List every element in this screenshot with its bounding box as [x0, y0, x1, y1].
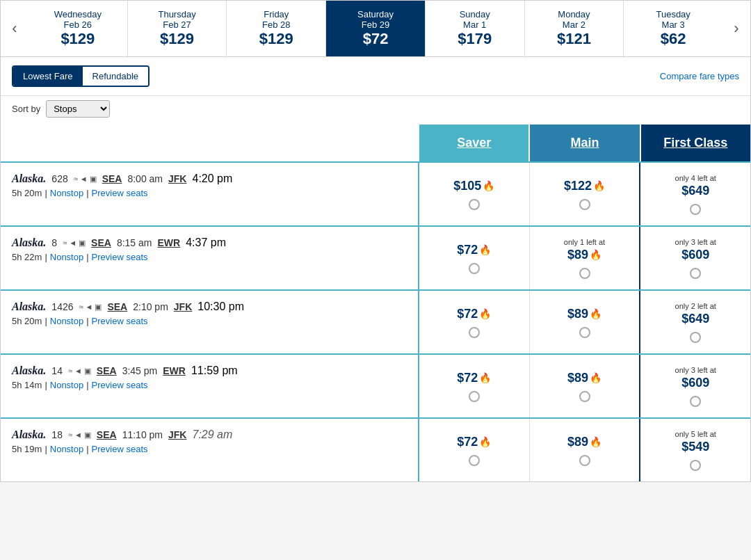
- date-str: Feb 28: [231, 19, 321, 30]
- main-flame-icon: 🔥: [590, 372, 601, 383]
- flight-top-3: Alaska. 14 ≈ ◄ ▣ SEA 3:45 pm EWR 11:59 p…: [12, 365, 407, 377]
- alaska-logo: Alaska.: [12, 301, 46, 313]
- date-price: $129: [33, 30, 123, 48]
- first-radio[interactable]: [690, 396, 701, 407]
- flight-bottom-0: 5h 20m | Nonstop | Preview seats: [12, 188, 407, 198]
- preview-seats-link[interactable]: Preview seats: [92, 252, 148, 262]
- preview-seats-link[interactable]: Preview seats: [92, 188, 148, 198]
- saver-radio[interactable]: [469, 327, 480, 338]
- saver-price-cell-1[interactable]: $72🔥: [418, 227, 529, 289]
- flight-num: 8: [51, 237, 57, 248]
- first-radio[interactable]: [690, 268, 701, 279]
- date-cell-2[interactable]: Friday Feb 28 $129: [227, 1, 326, 56]
- first-header-link[interactable]: First Class: [663, 136, 727, 150]
- date-str: Feb 27: [132, 19, 223, 30]
- flight-num: 628: [51, 173, 67, 184]
- date-cell-3[interactable]: Saturday Feb 29 $72: [326, 1, 426, 56]
- flight-bottom-4: 5h 19m | Nonstop | Preview seats: [12, 444, 407, 454]
- day-name: Friday: [231, 9, 321, 19]
- date-cells: Wednesday Feb 26 $129 Thursday Feb 27 $1…: [29, 1, 722, 56]
- alaska-logo: Alaska.: [12, 365, 46, 377]
- saver-header-link[interactable]: Saver: [457, 136, 491, 150]
- col-header-main[interactable]: Main: [528, 125, 639, 161]
- saver-price-cell-4[interactable]: $72🔥: [418, 419, 529, 481]
- date-str: Mar 2: [529, 19, 620, 30]
- dep-time: 3:45 pm: [122, 365, 158, 376]
- col-header-first[interactable]: First Class: [640, 125, 750, 161]
- arr-time: 7:29 am: [192, 429, 232, 441]
- col-header-saver[interactable]: Saver: [418, 125, 528, 161]
- preview-seats-link[interactable]: Preview seats: [92, 316, 148, 326]
- compare-fare-link[interactable]: Compare fare types: [660, 71, 739, 81]
- main-price-cell-2[interactable]: $89🔥: [529, 291, 640, 353]
- main-price-cell-4[interactable]: $89🔥: [529, 419, 640, 481]
- arr-airport: JFK: [174, 301, 192, 312]
- nonstop-link[interactable]: Nonstop: [50, 444, 83, 454]
- date-cell-0[interactable]: Wednesday Feb 26 $129: [29, 1, 128, 56]
- flight-rows: Alaska. 628 ≈ ◄ ▣ SEA 8:00 am JFK 4:20 p…: [1, 161, 750, 481]
- refundable-btn[interactable]: Refundable: [83, 67, 149, 86]
- first-price-cell-0[interactable]: only 4 left at $649: [639, 163, 750, 225]
- main-price-cell-3[interactable]: $89🔥: [529, 355, 640, 417]
- first-price-cell-1[interactable]: only 3 left at $609: [639, 227, 750, 289]
- date-price: $129: [132, 30, 223, 48]
- main-radio[interactable]: [579, 391, 590, 402]
- saver-price-amount: $72🔥: [457, 371, 491, 385]
- first-price-note: only 2 left at: [675, 301, 716, 311]
- arrow-icon: ◄: [86, 303, 93, 311]
- first-price-cell-3[interactable]: only 3 left at $609: [639, 355, 750, 417]
- dep-airport: SEA: [97, 365, 117, 376]
- date-cell-5[interactable]: Monday Mar 2 $121: [525, 1, 624, 56]
- duration: 5h 20m: [12, 188, 42, 198]
- main-price-cell-0[interactable]: $122🔥: [529, 163, 640, 225]
- main-header-link[interactable]: Main: [570, 136, 599, 150]
- saver-radio[interactable]: [469, 391, 480, 402]
- flight-row-1: Alaska. 8 ≈ ◄ ▣ SEA 8:15 am EWR 4:37 pm …: [1, 225, 750, 289]
- nonstop-link[interactable]: Nonstop: [50, 316, 83, 326]
- main-radio[interactable]: [579, 455, 590, 466]
- saver-price-cell-2[interactable]: $72🔥: [418, 291, 529, 353]
- flight-top-0: Alaska. 628 ≈ ◄ ▣ SEA 8:00 am JFK 4:20 p…: [12, 173, 407, 185]
- nonstop-link[interactable]: Nonstop: [50, 380, 83, 390]
- saver-radio[interactable]: [469, 263, 480, 274]
- preview-seats-link[interactable]: Preview seats: [92, 444, 148, 454]
- main-radio[interactable]: [579, 199, 590, 210]
- flight-info-2: Alaska. 1426 ≈ ◄ ▣ SEA 2:10 pm JFK 10:30…: [1, 291, 418, 353]
- day-name: Sunday: [430, 9, 520, 19]
- first-radio[interactable]: [690, 460, 701, 471]
- arr-airport: JFK: [168, 173, 186, 184]
- day-name: Saturday: [330, 9, 421, 19]
- sort-select[interactable]: StopsPriceDepartureArrivalDuration: [46, 100, 110, 118]
- date-str: Feb 29: [330, 19, 421, 30]
- first-radio[interactable]: [690, 332, 701, 343]
- screen-icon: ▣: [95, 303, 102, 312]
- first-price-cell-2[interactable]: only 2 left at $649: [639, 291, 750, 353]
- saver-flame-icon: 🔥: [479, 436, 491, 447]
- date-cell-1[interactable]: Thursday Feb 27 $129: [128, 1, 227, 56]
- first-radio[interactable]: [690, 204, 701, 215]
- nonstop-link[interactable]: Nonstop: [50, 188, 83, 198]
- date-cell-4[interactable]: Sunday Mar 1 $179: [426, 1, 525, 56]
- main-radio[interactable]: [579, 327, 590, 338]
- amenity-icons: ≈ ◄ ▣: [74, 175, 97, 184]
- date-cell-6[interactable]: Tuesday Mar 3 $62: [624, 1, 722, 56]
- flight-num: 1426: [51, 301, 73, 312]
- lowest-fare-btn[interactable]: Lowest Fare: [13, 67, 83, 86]
- flight-info-0: Alaska. 628 ≈ ◄ ▣ SEA 8:00 am JFK 4:20 p…: [1, 163, 418, 225]
- first-price-cell-4[interactable]: only 5 left at $549: [639, 419, 750, 481]
- saver-radio[interactable]: [469, 199, 480, 210]
- day-name: Monday: [529, 9, 620, 19]
- main-radio[interactable]: [579, 268, 590, 279]
- sep2: |: [86, 380, 88, 390]
- prev-date-arrow[interactable]: ‹: [1, 1, 29, 56]
- dep-airport: SEA: [107, 301, 127, 312]
- screen-icon: ▣: [84, 367, 91, 376]
- nonstop-link[interactable]: Nonstop: [50, 252, 83, 262]
- next-date-arrow[interactable]: ›: [722, 1, 750, 56]
- fare-toggle: Lowest Fare Refundable: [12, 65, 150, 87]
- main-price-cell-1[interactable]: only 1 left at $89🔥: [529, 227, 640, 289]
- saver-price-cell-0[interactable]: $105🔥: [418, 163, 529, 225]
- saver-radio[interactable]: [469, 455, 480, 466]
- saver-price-cell-3[interactable]: $72🔥: [418, 355, 529, 417]
- preview-seats-link[interactable]: Preview seats: [92, 380, 148, 390]
